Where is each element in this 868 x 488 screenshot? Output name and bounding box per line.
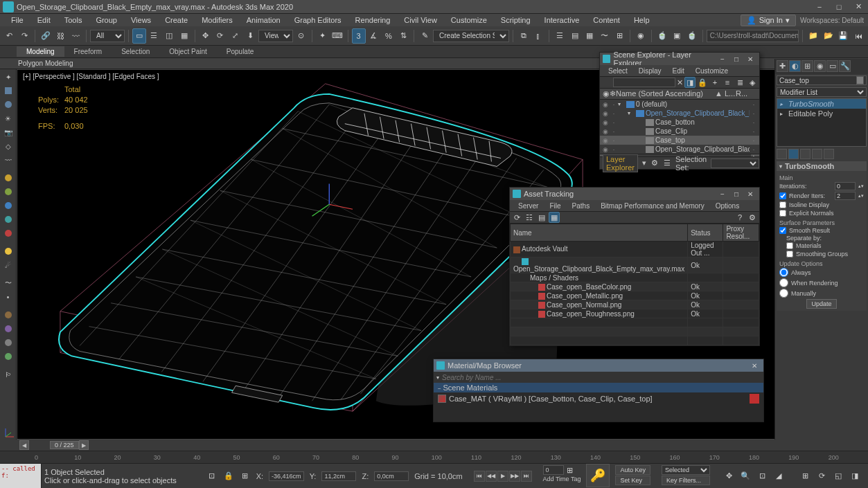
set-project-button[interactable]: 📁 [806, 28, 820, 44]
cyan-sphere-icon[interactable] [2, 213, 15, 226]
se-menu-customize[interactable]: Customize [690, 66, 734, 75]
explicit-normals-checkbox[interactable] [779, 210, 786, 217]
modifier-stack[interactable]: ▸TurboSmooth ▸Editable Poly [777, 98, 867, 147]
se-highlight-button[interactable]: ◈ [747, 77, 758, 88]
rendered-frame-button[interactable]: ▣ [670, 28, 684, 44]
menu-tools[interactable]: Tools [57, 15, 89, 26]
ribbon-tab-object-paint[interactable]: Object Paint [159, 46, 216, 57]
object-name-input[interactable] [779, 77, 855, 84]
eye-toggle-icon[interactable]: ◉ [601, 110, 610, 117]
scale-button[interactable]: ⤢ [229, 28, 242, 44]
mirror-button[interactable]: ⧉ [517, 28, 531, 44]
nav-fov-button[interactable]: ◢ [771, 469, 786, 484]
at-table-button[interactable]: ▤ [536, 212, 547, 223]
key-target-dropdown[interactable]: Selected [662, 465, 710, 475]
render-iters-spinner[interactable]: 2 [835, 192, 856, 200]
tab-modify[interactable]: ◐ [789, 60, 801, 72]
set-key-big-button[interactable]: 🔑 [586, 464, 610, 487]
flag-icon[interactable]: 🏳 [2, 368, 15, 381]
at-refresh-button[interactable]: ⟳ [511, 212, 522, 223]
render-production-button[interactable]: 🍵 [685, 28, 699, 44]
se-config-button[interactable]: ⚙ [650, 159, 659, 168]
select-by-name-button[interactable]: ☰ [148, 28, 161, 44]
configure-sets-button[interactable] [824, 149, 834, 159]
freeze-toggle-icon[interactable]: · [610, 119, 618, 126]
render-toggle-icon[interactable]: · [750, 137, 758, 144]
tree-row[interactable]: ◉·Case_Clip· [600, 127, 759, 136]
freeze-column-icon[interactable]: ❄ [610, 89, 616, 98]
link-button[interactable]: 🔗 [39, 28, 53, 44]
isolate-selection-icon[interactable]: ⊡ [206, 471, 218, 482]
scene-explorer-panel[interactable]: Scene Explorer - Layer Explorer − □ ✕ Se… [599, 52, 760, 170]
se-selection-set-dropdown[interactable] [711, 159, 759, 168]
spinner-arrows-icon[interactable]: ▴▾ [858, 183, 864, 189]
options-menu-icon[interactable]: ▾ [436, 374, 439, 381]
green-cone-icon[interactable] [2, 350, 15, 363]
target-light-icon[interactable]: ☄ [2, 259, 15, 271]
select-object-button[interactable]: ▭ [132, 28, 146, 44]
sphere-primitive-icon[interactable] [2, 98, 15, 111]
ribbon-tab-populate[interactable]: Populate [217, 46, 263, 57]
goto-end-button[interactable]: ⏭ [521, 471, 532, 482]
save-button[interactable]: 💾 [837, 28, 851, 44]
sep-materials-checkbox[interactable] [786, 242, 793, 249]
spinner-arrows-icon[interactable]: ▴▾ [858, 193, 864, 199]
menu-create[interactable]: Create [158, 15, 195, 26]
red-sphere-icon[interactable] [2, 227, 15, 240]
toggle-scene-explorer-button[interactable]: ☰ [553, 28, 567, 44]
undo-button[interactable]: ↶ [3, 28, 17, 44]
update-button[interactable]: Update [806, 299, 836, 309]
material-item[interactable]: Case_MAT ( VRayMtl ) [Case_botton, Case_… [434, 392, 763, 405]
at-col-status[interactable]: Status [688, 224, 723, 242]
selection-lock-icon[interactable]: 🔒 [223, 471, 234, 482]
at-tree-button[interactable]: ☷ [524, 212, 535, 223]
render-setup-button[interactable]: 🍵 [655, 28, 669, 44]
curve-editor-button[interactable]: 〜 [598, 28, 612, 44]
at-help-button[interactable]: ? [734, 212, 745, 223]
time-prev-button[interactable]: ◀ [19, 440, 29, 450]
at-col-name[interactable]: Name [511, 224, 688, 242]
next-frame-button[interactable]: ▶▶ [509, 471, 520, 482]
render-toggle-icon[interactable]: · [750, 110, 758, 117]
keyboard-shortcut-button[interactable]: ⌨ [330, 28, 344, 44]
point-helper-icon[interactable]: • [2, 291, 15, 303]
nav-zoom-all-button[interactable]: ⊞ [797, 469, 813, 484]
asset-tracking-table[interactable]: Name Status Proxy Resol... Autodesk Vaul… [510, 224, 759, 345]
at-menu-server[interactable]: Server [513, 201, 544, 210]
se-col-render[interactable]: R... [736, 89, 756, 98]
freeze-toggle-icon[interactable]: · [610, 110, 618, 117]
at-menu-options[interactable]: Options [710, 201, 745, 210]
at-highlight-button[interactable]: ▦ [549, 212, 560, 223]
menu-help[interactable]: Help [627, 15, 657, 26]
recent-project-path[interactable]: C:\Users\troll-stadt\Documents\3ds Max 2… [707, 30, 799, 42]
toggle-ribbon-button[interactable]: ▦ [583, 28, 596, 44]
rollout-header[interactable]: ▾TurboSmooth [777, 161, 867, 171]
eye-toggle-icon[interactable]: ◉ [601, 119, 610, 126]
modifier-turbosmooth[interactable]: ▸TurboSmooth [777, 99, 866, 109]
close-button[interactable]: ✕ [849, 0, 868, 14]
panel-close-button[interactable]: ✕ [744, 189, 756, 199]
freeze-toggle-icon[interactable]: · [610, 101, 618, 108]
panel-minimize-button[interactable]: − [716, 54, 729, 64]
at-menu-bitmap[interactable]: Bitmap Performance and Memory [595, 201, 710, 210]
freeze-toggle-icon[interactable]: · [610, 137, 618, 144]
se-config2-button[interactable]: ☰ [663, 159, 671, 168]
workspace-label[interactable]: Workspaces: Default [800, 17, 864, 24]
table-row[interactable]: Case_open_Roughness.pngOk [511, 309, 759, 318]
snap-toggle-button[interactable]: 3 [352, 28, 366, 44]
object-color-swatch[interactable] [856, 76, 864, 84]
schematic-view-button[interactable]: ⊞ [613, 28, 627, 44]
render-toggle-icon[interactable]: · [750, 101, 758, 108]
panel-maximize-button[interactable]: □ [730, 54, 743, 64]
expand-icon[interactable]: ▾ [628, 110, 635, 116]
panel-minimize-button[interactable]: − [716, 189, 729, 199]
spline-icon[interactable]: 〜 [2, 277, 15, 289]
select-region-button[interactable]: ◫ [162, 28, 176, 44]
maxscript-log[interactable]: -- called f: [0, 464, 42, 488]
iterations-spinner[interactable]: 0 [835, 182, 856, 190]
sep-smoothing-checkbox[interactable] [786, 251, 793, 257]
se-add-to-layer-button[interactable]: ≡ [722, 77, 733, 88]
at-col-proxy[interactable]: Proxy Resol... [723, 224, 759, 242]
nav-maximize-button[interactable]: ◱ [831, 469, 846, 484]
nav-walk-button[interactable]: ◨ [847, 469, 862, 484]
